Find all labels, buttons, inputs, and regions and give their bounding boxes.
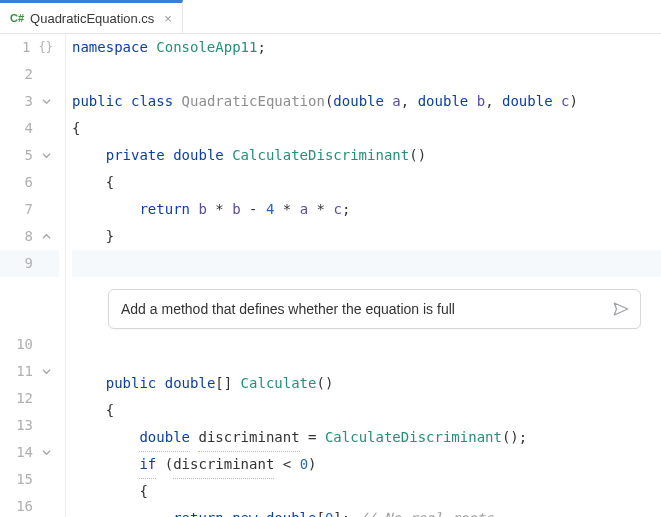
chevron-down-icon[interactable] xyxy=(39,365,53,379)
punct: , xyxy=(401,88,409,115)
type: double xyxy=(333,88,384,115)
line-number: 4 xyxy=(13,115,33,142)
line-number: 13 xyxy=(13,412,33,439)
code-line[interactable] xyxy=(72,343,661,370)
op: * xyxy=(215,196,223,223)
punct: ; xyxy=(519,424,527,451)
code-line[interactable]: if (discriminant < 0) xyxy=(72,451,661,478)
brace: { xyxy=(106,169,114,196)
code-line[interactable]: private double CalculateDiscriminant() xyxy=(72,142,661,169)
punct: [] xyxy=(215,370,232,397)
local-var: discriminant xyxy=(173,451,274,479)
send-icon[interactable] xyxy=(612,300,630,318)
chevron-down-icon[interactable] xyxy=(39,95,53,109)
line-number: 15 xyxy=(13,466,33,493)
method-name: CalculateDiscriminant xyxy=(232,142,409,169)
keyword: return xyxy=(173,505,224,517)
op: < xyxy=(283,451,291,478)
brace: { xyxy=(106,397,114,424)
punct: ; xyxy=(342,196,350,223)
line-number: 11 xyxy=(13,358,33,385)
ai-prompt-box xyxy=(108,289,641,329)
local-var: discriminant xyxy=(198,424,299,452)
chevron-down-icon[interactable] xyxy=(39,446,53,460)
keyword: public xyxy=(72,88,123,115)
punct: [ xyxy=(316,505,324,517)
line-number: 12 xyxy=(13,385,33,412)
code-line[interactable]: double discriminant = CalculateDiscrimin… xyxy=(72,424,661,451)
chevron-down-icon[interactable] xyxy=(39,149,53,163)
line-number: 10 xyxy=(13,331,33,358)
tab-bar: C# QuadraticEquation.cs × xyxy=(0,0,661,34)
code-line[interactable]: } xyxy=(72,223,661,250)
punct: ; xyxy=(342,505,350,517)
csharp-badge-icon: C# xyxy=(10,12,24,24)
punct: ) xyxy=(308,451,316,478)
var: b xyxy=(232,196,240,223)
punct: () xyxy=(502,424,519,451)
param: a xyxy=(392,88,400,115)
var: b xyxy=(198,196,206,223)
code-line[interactable]: return b * b - 4 * a * c; xyxy=(72,196,661,223)
brace: } xyxy=(106,223,114,250)
class-name: QuadraticEquation xyxy=(182,88,325,115)
code-line[interactable]: { xyxy=(72,397,661,424)
punct: () xyxy=(316,370,333,397)
brace: { xyxy=(72,115,80,142)
punct: ( xyxy=(165,451,173,478)
code-line[interactable] xyxy=(72,61,661,88)
keyword: namespace xyxy=(72,34,148,61)
number: 4 xyxy=(266,196,274,223)
line-number: 1 xyxy=(11,34,31,61)
chevron-up-icon[interactable] xyxy=(39,230,53,244)
close-icon[interactable]: × xyxy=(164,11,172,26)
code-line-active[interactable] xyxy=(72,250,661,277)
var: c xyxy=(333,196,341,223)
code-line[interactable]: namespace ConsoleApp11; xyxy=(72,34,661,61)
punct: ) xyxy=(569,88,577,115)
code-line[interactable]: { xyxy=(72,478,661,505)
var: a xyxy=(300,196,308,223)
keyword: public xyxy=(106,370,157,397)
code-area[interactable]: namespace ConsoleApp11; public class Qua… xyxy=(66,34,661,517)
code-line[interactable]: return new double[0]; // No real roots xyxy=(72,505,661,517)
namespace-name: ConsoleApp11 xyxy=(156,34,257,61)
line-number: 3 xyxy=(13,88,33,115)
keyword: private xyxy=(106,142,165,169)
type: double xyxy=(165,370,216,397)
param: c xyxy=(561,88,569,115)
param: b xyxy=(477,88,485,115)
keyword: class xyxy=(131,88,173,115)
line-number: 8 xyxy=(13,223,33,250)
line-number: 5 xyxy=(13,142,33,169)
punct: ] xyxy=(333,505,341,517)
tab-quadraticequation[interactable]: C# QuadraticEquation.cs × xyxy=(0,0,183,33)
code-line[interactable]: public double[] Calculate() xyxy=(72,370,661,397)
keyword: return xyxy=(139,196,190,223)
code-line[interactable]: public class QuadraticEquation(double a,… xyxy=(72,88,661,115)
keyword: new xyxy=(232,505,257,518)
number: 0 xyxy=(325,505,333,517)
line-number: 2 xyxy=(13,61,33,88)
code-line[interactable]: { xyxy=(72,115,661,142)
punct: ; xyxy=(257,34,265,61)
braces-icon: {} xyxy=(37,34,53,61)
gutter: 1{} 2 3 4 5 6 7 8 9 10 11 12 13 14 15 16… xyxy=(0,34,66,517)
brace: { xyxy=(139,478,147,505)
type: double xyxy=(502,88,553,115)
comment: // No real roots xyxy=(359,505,494,517)
editor: 1{} 2 3 4 5 6 7 8 9 10 11 12 13 14 15 16… xyxy=(0,34,661,517)
method-call: CalculateDiscriminant xyxy=(325,424,502,451)
punct: , xyxy=(485,88,493,115)
line-number: 6 xyxy=(13,169,33,196)
line-number: 16 xyxy=(13,493,33,517)
punct: ( xyxy=(325,88,333,115)
method-name: Calculate xyxy=(241,370,317,397)
code-line[interactable]: { xyxy=(72,169,661,196)
line-number: 7 xyxy=(13,196,33,223)
ai-prompt-input[interactable] xyxy=(121,301,612,317)
punct: () xyxy=(409,142,426,169)
op: * xyxy=(283,196,291,223)
tab-filename: QuadraticEquation.cs xyxy=(30,11,154,26)
type: double xyxy=(418,88,469,115)
